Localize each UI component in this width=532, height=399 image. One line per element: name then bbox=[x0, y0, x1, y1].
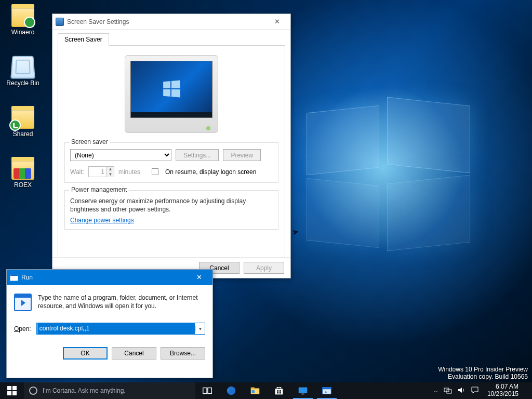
taskbar-app-display-settings[interactable] bbox=[291, 382, 315, 399]
resume-checkbox-label: On resume, display logon screen bbox=[165, 168, 256, 176]
minutes-label: minutes bbox=[118, 168, 140, 176]
group-legend: Screen saver bbox=[69, 138, 110, 145]
tray-overflow-button[interactable]: ︿ bbox=[433, 387, 438, 394]
desktop-icon-label: Shared bbox=[13, 130, 33, 138]
open-value[interactable]: control desk.cpl,,1 bbox=[37, 323, 195, 334]
desktop-icon-label: Recycle Bin bbox=[6, 79, 39, 87]
taskbar-app-edge[interactable] bbox=[219, 382, 243, 399]
search-placeholder: I'm Cortana. Ask me anything. bbox=[43, 387, 126, 394]
svg-rect-10 bbox=[280, 390, 281, 392]
tab-screen-saver[interactable]: Screen Saver bbox=[58, 33, 109, 46]
folder-icon bbox=[11, 106, 34, 129]
file-explorer-icon bbox=[249, 385, 261, 396]
run-window-icon bbox=[10, 273, 18, 282]
start-button[interactable] bbox=[0, 382, 24, 399]
preview-taskbar bbox=[131, 112, 212, 117]
desktop-icon-recycle-bin[interactable]: Recycle Bin bbox=[3, 55, 43, 87]
store-icon bbox=[273, 385, 285, 396]
window-title: Run bbox=[21, 274, 189, 281]
group-legend: Power management bbox=[69, 186, 129, 193]
desktop-icon-label: Winaero bbox=[11, 29, 35, 36]
clock-time: 6:07 AM bbox=[487, 383, 518, 391]
cortana-icon bbox=[29, 387, 37, 395]
power-management-text: Conserve energy or maximize performance … bbox=[70, 197, 273, 214]
preview-screen bbox=[130, 61, 212, 118]
volume-icon[interactable] bbox=[457, 386, 466, 396]
open-combobox[interactable]: control desk.cpl,,1 ▾ bbox=[36, 323, 205, 335]
desktop-watermark: Windows 10 Pro Insider Preview Evaluatio… bbox=[438, 366, 528, 380]
taskbar-app-run[interactable] bbox=[315, 382, 339, 399]
tab-panel: Screen saver (None) Settings... Preview … bbox=[58, 45, 285, 269]
open-label: Open: bbox=[14, 325, 31, 332]
wallpaper-logo-pane bbox=[307, 178, 379, 248]
desktop-icon-winaero[interactable]: Winaero bbox=[3, 4, 43, 36]
watermark-line: Windows 10 Pro Insider Preview bbox=[438, 366, 528, 373]
run-dialog-message: Type the name of a program, folder, docu… bbox=[38, 294, 205, 310]
monitor-icon bbox=[297, 385, 309, 396]
desktop-icon-roex[interactable]: ROEX bbox=[3, 157, 43, 189]
cancel-button[interactable]: Cancel bbox=[112, 347, 156, 360]
resume-checkbox[interactable] bbox=[152, 168, 158, 175]
svg-rect-7 bbox=[252, 390, 255, 393]
wait-label: Wait: bbox=[70, 168, 84, 176]
svg-rect-14 bbox=[301, 394, 304, 395]
wallpaper-logo-pane bbox=[307, 105, 379, 176]
action-center-icon[interactable] bbox=[471, 386, 479, 396]
watermark-line: Evaluation copy. Build 10565 bbox=[438, 373, 528, 380]
taskbar-clock[interactable]: 6:07 AM 10/23/2015 bbox=[484, 383, 522, 398]
folder-icon bbox=[11, 4, 34, 27]
clock-date: 10/23/2015 bbox=[487, 391, 518, 398]
change-power-settings-link[interactable]: Change power settings bbox=[70, 217, 134, 224]
window-title: Screen Saver Settings bbox=[67, 18, 267, 25]
power-management-group: Power management Conserve energy or maxi… bbox=[64, 190, 278, 230]
window-icon bbox=[56, 18, 64, 26]
windows-logo-icon bbox=[163, 81, 180, 98]
svg-rect-13 bbox=[299, 388, 308, 393]
screensaver-select[interactable]: (None) bbox=[70, 149, 171, 161]
close-button[interactable]: ✕ bbox=[189, 270, 209, 285]
wait-input[interactable] bbox=[89, 168, 107, 176]
wallpaper-logo-pane bbox=[387, 175, 470, 251]
folder-icon bbox=[11, 157, 34, 180]
network-icon[interactable] bbox=[444, 386, 452, 396]
svg-rect-16 bbox=[323, 388, 331, 390]
run-icon bbox=[321, 385, 332, 396]
desktop-icon-label: ROEX bbox=[14, 181, 32, 189]
wait-spinner[interactable]: ▲▼ bbox=[88, 166, 114, 177]
svg-rect-3 bbox=[208, 388, 211, 394]
preview-button: Preview bbox=[223, 149, 261, 161]
svg-rect-11 bbox=[277, 392, 278, 394]
svg-rect-12 bbox=[280, 392, 281, 394]
run-dialog-window[interactable]: Run ✕ Type the name of a program, folder… bbox=[6, 269, 213, 378]
share-badge-icon bbox=[9, 119, 21, 131]
cortana-search-box[interactable]: I'm Cortana. Ask me anything. bbox=[24, 382, 195, 399]
svg-rect-6 bbox=[251, 388, 255, 390]
titlebar[interactable]: Screen Saver Settings ✕ bbox=[52, 14, 290, 30]
svg-rect-8 bbox=[275, 389, 283, 394]
spin-down-icon[interactable]: ▼ bbox=[107, 172, 114, 177]
close-button[interactable]: ✕ bbox=[267, 15, 287, 29]
screensaver-settings-window[interactable]: Screen Saver Settings ✕ Screen Saver Scr… bbox=[52, 14, 291, 278]
recycle-bin-icon bbox=[10, 56, 35, 79]
ok-button[interactable]: OK bbox=[63, 347, 108, 360]
taskbar[interactable]: I'm Cortana. Ask me anything. ︿ 6:07 AM … bbox=[0, 382, 532, 399]
desktop-icon-shared[interactable]: Shared bbox=[3, 106, 43, 138]
task-view-icon bbox=[202, 385, 213, 396]
wallpaper-logo-pane bbox=[387, 97, 470, 174]
edge-icon bbox=[225, 385, 237, 396]
screensaver-preview-monitor bbox=[125, 55, 218, 133]
system-tray[interactable]: ︿ 6:07 AM 10/23/2015 bbox=[431, 382, 532, 399]
run-dialog-icon bbox=[14, 294, 32, 311]
svg-rect-1 bbox=[10, 274, 18, 276]
spin-up-icon[interactable]: ▲ bbox=[107, 167, 114, 172]
user-badge-icon bbox=[24, 17, 35, 28]
browse-button[interactable]: Browse... bbox=[161, 347, 205, 360]
taskbar-app-file-explorer[interactable] bbox=[243, 382, 267, 399]
windows-logo-icon bbox=[7, 386, 17, 395]
apply-button: Apply bbox=[244, 262, 284, 274]
settings-button: Settings... bbox=[176, 149, 219, 161]
taskbar-app-store[interactable] bbox=[267, 382, 291, 399]
chevron-down-icon[interactable]: ▾ bbox=[195, 326, 205, 331]
task-view-button[interactable] bbox=[195, 382, 219, 399]
titlebar[interactable]: Run ✕ bbox=[7, 270, 212, 285]
